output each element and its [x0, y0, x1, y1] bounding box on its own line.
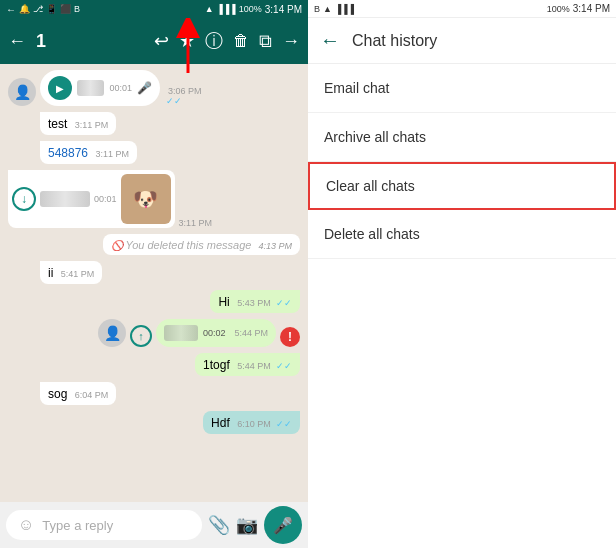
reply-input-placeholder[interactable]: Type a reply: [42, 518, 190, 533]
text-bubble-received: ii 5:41 PM: [40, 261, 102, 284]
table-row: 1togf 5:44 PM ✓✓: [8, 353, 300, 376]
right-wifi-icon: ▲: [323, 4, 332, 14]
message-time: 6:04 PM: [75, 390, 109, 400]
message-text: Hi: [218, 295, 229, 309]
right-status-bar: B ▲ ▐▐▐ 100% 3:14 PM: [308, 0, 616, 18]
table-row: 👤 ▶ 00:01 🎤 3:06 PM ✓✓: [8, 70, 300, 106]
message-time: 5:44 PM: [237, 361, 271, 371]
selected-count: 1: [36, 31, 144, 52]
copy-button[interactable]: ⧉: [259, 31, 272, 52]
right-time-display: 3:14 PM: [573, 3, 610, 14]
delete-chats-label: Delete all chats: [324, 226, 420, 242]
message-text: 1togf: [203, 358, 230, 372]
message-time: 4:13 PM: [258, 241, 292, 251]
archive-all-chats-item[interactable]: Archive all chats: [308, 113, 616, 162]
deleted-message-text: You deleted this message: [125, 239, 251, 251]
table-row: 548876 3:11 PM: [8, 141, 300, 164]
status-bar-right-icons: ▲ ▐▐▐ 100% 3:14 PM: [205, 4, 302, 15]
star-button[interactable]: ★: [179, 30, 195, 52]
mic-icon: 🎤: [273, 516, 293, 535]
message-time: 3:06 PM: [168, 86, 202, 96]
read-receipts: ✓✓: [276, 361, 292, 371]
deleted-message-bubble: 🚫 You deleted this message 4:13 PM: [103, 234, 300, 255]
table-row: sog 6:04 PM: [8, 382, 300, 405]
download-icon[interactable]: ↓: [12, 187, 36, 211]
chat-history-menu: Email chat Archive all chats Clear all c…: [308, 64, 616, 548]
email-chat-item[interactable]: Email chat: [308, 64, 616, 113]
text-bubble-received: test 3:11 PM: [40, 112, 116, 135]
message-time: 5:41 PM: [61, 269, 95, 279]
back-button[interactable]: ←: [8, 31, 26, 52]
message-time: 3:11 PM: [179, 218, 213, 228]
message-text: 548876: [48, 146, 88, 160]
mic-send-button[interactable]: 🎤: [264, 506, 302, 544]
message-time: 5:44 PM: [234, 328, 268, 338]
signal-bars-icon: ▐▐▐: [217, 4, 236, 14]
reply-button[interactable]: ↩: [154, 30, 169, 52]
message-time: 3:11 PM: [95, 149, 129, 159]
avatar: 👤: [98, 319, 126, 347]
left-panel: ← 🔔 ⎇ 📱 ⬛ B ▲ ▐▐▐ 100% 3:14 PM ← 1 ↩ ★ ⓘ…: [0, 0, 308, 548]
read-receipts: ✓✓: [166, 96, 182, 106]
input-bar: ☺ Type a reply 📎 📷 🎤: [0, 502, 308, 548]
emoji-icon[interactable]: ☺: [18, 516, 34, 534]
delete-all-chats-item[interactable]: Delete all chats: [308, 210, 616, 259]
right-bt-icon: B: [314, 4, 320, 14]
clear-all-chats-item[interactable]: Clear all chats: [308, 162, 616, 210]
screenshot-icon: ⬛: [60, 4, 71, 14]
error-icon: !: [280, 327, 300, 347]
right-back-button[interactable]: ←: [320, 29, 340, 52]
wifi-icon: ▲: [205, 4, 214, 14]
sim-icon: 📱: [46, 4, 57, 14]
message-text: test: [48, 117, 67, 131]
read-receipts: ✓✓: [276, 419, 292, 429]
read-receipts: ✓✓: [276, 298, 292, 308]
email-chat-label: Email chat: [324, 80, 389, 96]
right-panel: B ▲ ▐▐▐ 100% 3:14 PM ← Chat history Emai…: [308, 0, 616, 548]
voice-message-sent: 00:02 5:44 PM: [156, 319, 276, 347]
battery-level: 100%: [239, 4, 262, 14]
text-bubble-received: sog 6:04 PM: [40, 382, 116, 405]
info-button[interactable]: ⓘ: [205, 29, 223, 53]
right-status-right: 100% 3:14 PM: [547, 3, 610, 14]
message-text: ii: [48, 266, 53, 280]
voice-image-bubble: ↓ 00:01 🐶: [8, 170, 175, 228]
message-text: sog: [48, 387, 67, 401]
right-signal-icon: ▐▐▐: [335, 4, 354, 14]
archive-chats-label: Archive all chats: [324, 129, 426, 145]
camera-icon[interactable]: 📷: [236, 514, 258, 536]
upload-icon[interactable]: ↑: [130, 325, 152, 347]
reply-input-field[interactable]: ☺ Type a reply: [6, 510, 202, 540]
trash-button[interactable]: 🗑: [233, 32, 249, 50]
message-time: 5:43 PM: [237, 298, 271, 308]
chat-messages: 👤 ▶ 00:01 🎤 3:06 PM ✓✓ test 3:11 PM: [0, 64, 308, 502]
left-status-bar: ← 🔔 ⎇ 📱 ⬛ B ▲ ▐▐▐ 100% 3:14 PM: [0, 0, 308, 18]
text-bubble-sent: Hi 5:43 PM ✓✓: [210, 290, 300, 313]
right-status-left: B ▲ ▐▐▐: [314, 4, 354, 14]
message-text: Hdf: [211, 416, 230, 430]
attach-icon[interactable]: 📎: [208, 514, 230, 536]
right-battery-level: 100%: [547, 4, 570, 14]
table-row: ii 5:41 PM: [8, 261, 300, 284]
message-time: 6:10 PM: [237, 419, 271, 429]
text-bubble-received-link: 548876 3:11 PM: [40, 141, 137, 164]
table-row: ↓ 00:01 🐶 3:11 PM: [8, 170, 300, 228]
play-button[interactable]: ▶: [48, 76, 72, 100]
forward-button[interactable]: →: [282, 31, 300, 52]
time-display: 3:14 PM: [265, 4, 302, 15]
clear-chats-label: Clear all chats: [326, 178, 415, 194]
waveform: [77, 80, 104, 96]
back-status-icon: ←: [6, 4, 16, 15]
voice-message-received: ▶ 00:01 🎤: [40, 70, 160, 106]
table-row: 🚫 You deleted this message 4:13 PM: [8, 234, 300, 255]
bt-icon: B: [74, 4, 80, 14]
text-bubble-sent: 1togf 5:44 PM ✓✓: [195, 353, 300, 376]
right-screen-title: Chat history: [352, 32, 437, 50]
avatar: 👤: [8, 78, 36, 106]
right-toolbar: ← Chat history: [308, 18, 616, 64]
mic-icon: 🎤: [137, 81, 152, 95]
chat-toolbar: ← 1 ↩ ★ ⓘ 🗑 ⧉ →: [0, 18, 308, 64]
table-row: test 3:11 PM: [8, 112, 300, 135]
notification-icon: 🔔: [19, 4, 30, 14]
table-row: 👤 ↑ 00:02 5:44 PM !: [8, 319, 300, 347]
